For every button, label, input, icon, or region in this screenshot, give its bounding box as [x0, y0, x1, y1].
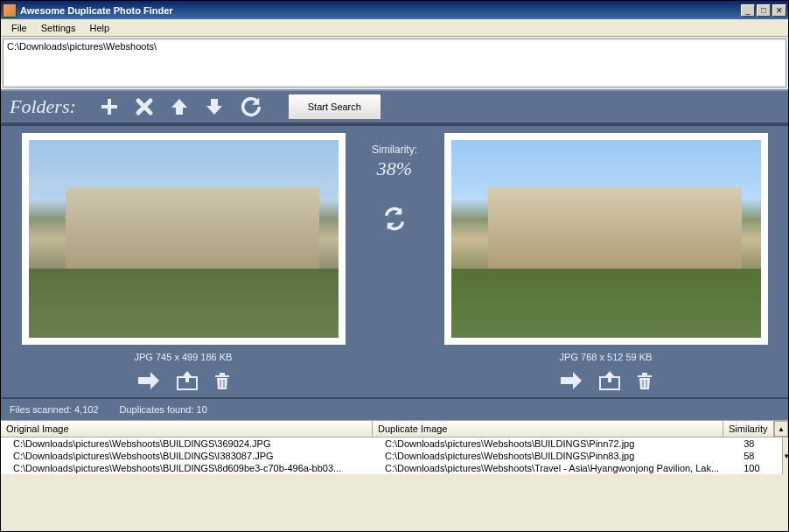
cell-duplicate: C:\Downloads\pictures\Webshoots\BUILDING…: [373, 438, 731, 450]
reset-icon[interactable]: [239, 94, 263, 119]
left-actions: [136, 371, 231, 390]
folders-label: Folders:: [10, 95, 76, 118]
folders-toolbar: Folders: Start Search: [1, 89, 788, 124]
move-up-icon[interactable]: [169, 96, 190, 117]
scroll-down-button[interactable]: ▼: [782, 438, 789, 474]
cell-similarity: 100: [731, 462, 782, 474]
cell-similarity: 58: [731, 450, 782, 462]
left-move-icon[interactable]: [177, 371, 198, 390]
app-icon: [3, 4, 17, 18]
status-line: Files scanned: 4,102 Duplicates found: 1…: [1, 397, 788, 420]
table-row[interactable]: C:\Downloads\pictures\Webshoots\BUILDING…: [1, 450, 782, 462]
table-row[interactable]: C:\Downloads\pictures\Webshoots\BUILDING…: [1, 438, 782, 450]
maximize-button[interactable]: □: [757, 4, 771, 17]
table-header: Original Image Duplicate Image Similarit…: [1, 421, 788, 438]
left-open-location-icon[interactable]: [136, 371, 161, 390]
start-search-button[interactable]: Start Search: [288, 94, 381, 120]
files-scanned: Files scanned: 4,102: [10, 404, 99, 415]
minimize-button[interactable]: _: [741, 4, 755, 17]
left-delete-icon[interactable]: [213, 371, 231, 390]
menu-file[interactable]: File: [4, 21, 34, 35]
cell-original: C:\Downloads\pictures\Webshoots\BUILDING…: [1, 438, 373, 450]
left-preview: JPG 745 x 499 186 KB: [8, 133, 359, 390]
cell-similarity: 38: [731, 438, 782, 450]
path-listbox[interactable]: C:\Downloads\pictures\Webshoots\: [3, 38, 786, 88]
close-button[interactable]: ✕: [772, 4, 786, 17]
col-similarity[interactable]: Similarity: [723, 421, 774, 437]
titlebar: Awesome Duplicate Photo Finder _ □ ✕: [1, 1, 788, 19]
window-buttons: _ □ ✕: [741, 4, 786, 17]
right-actions: [559, 371, 653, 390]
menu-help[interactable]: Help: [82, 21, 116, 35]
cell-duplicate: C:\Downloads\pictures\Webshoots\BUILDING…: [373, 450, 731, 462]
table-body: C:\Downloads\pictures\Webshoots\BUILDING…: [1, 438, 788, 474]
cell-original: C:\Downloads\pictures\Webshoots\BUILDING…: [1, 450, 373, 462]
scroll-up-button[interactable]: ▲: [774, 421, 788, 437]
similarity-value: 38%: [377, 158, 412, 180]
left-photo[interactable]: [22, 133, 346, 345]
cell-original: C:\Downloads\pictures\Webshoots\BUILDING…: [1, 462, 373, 474]
remove-folder-icon[interactable]: [134, 96, 155, 117]
add-folder-icon[interactable]: [99, 96, 120, 117]
left-meta: JPG 745 x 499 186 KB: [135, 345, 233, 371]
right-move-icon[interactable]: [599, 371, 620, 390]
similarity-column: Similarity: 38%: [364, 133, 425, 390]
menu-settings[interactable]: Settings: [34, 21, 83, 35]
col-duplicate[interactable]: Duplicate Image: [373, 421, 723, 437]
right-delete-icon[interactable]: [636, 371, 653, 390]
move-down-icon[interactable]: [204, 96, 225, 117]
menubar: File Settings Help: [1, 19, 788, 37]
right-meta: JPG 768 x 512 59 KB: [560, 345, 653, 371]
right-open-location-icon[interactable]: [559, 371, 583, 390]
path-entry[interactable]: C:\Downloads\pictures\Webshoots\: [7, 41, 782, 52]
col-original[interactable]: Original Image: [1, 421, 373, 437]
cell-duplicate: C:\Downloads\pictures\Webshoots\Travel -…: [373, 462, 731, 474]
right-preview: JPG 768 x 512 59 KB: [430, 133, 781, 390]
table-row[interactable]: C:\Downloads\pictures\Webshoots\BUILDING…: [1, 462, 782, 474]
similarity-label: Similarity:: [372, 144, 417, 156]
window-title: Awesome Duplicate Photo Finder: [20, 5, 741, 16]
right-photo[interactable]: [444, 133, 768, 345]
results-table: Original Image Duplicate Image Similarit…: [1, 420, 788, 531]
duplicates-found: Duplicates found: 10: [120, 404, 207, 415]
comparison-panel: JPG 745 x 499 186 KB Similarity: 38% JPG…: [1, 124, 788, 397]
swap-icon[interactable]: [382, 206, 407, 231]
